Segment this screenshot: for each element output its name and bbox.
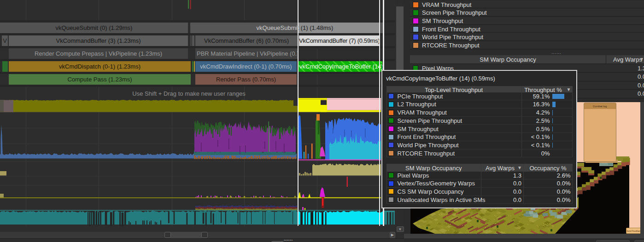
svg-text:Send Feedback: Send Feedback: [626, 230, 641, 232]
svg-text:Combat log: Combat log: [593, 105, 607, 108]
